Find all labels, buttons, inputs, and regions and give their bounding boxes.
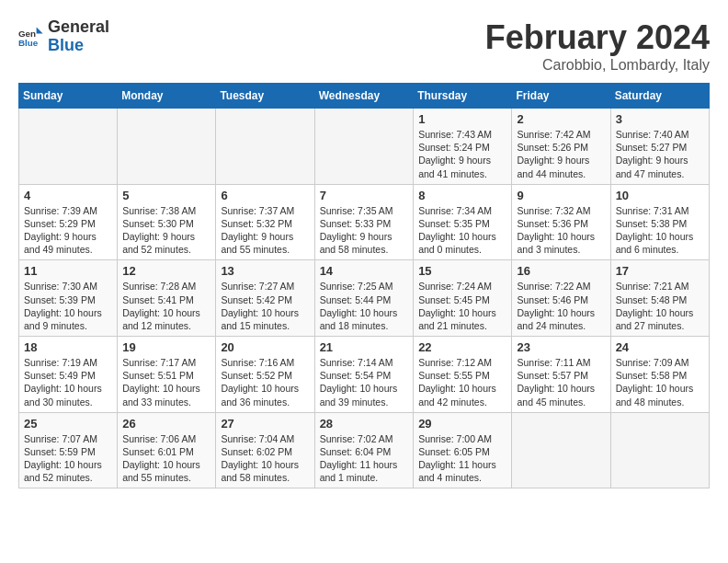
logo-icon: Gen Blue — [18, 24, 44, 50]
day-info: Sunrise: 7:30 AM Sunset: 5:39 PM Dayligh… — [24, 280, 112, 332]
day-info: Sunrise: 7:17 AM Sunset: 5:51 PM Dayligh… — [122, 356, 210, 408]
day-number: 17 — [616, 264, 704, 278]
day-info: Sunrise: 7:19 AM Sunset: 5:49 PM Dayligh… — [24, 356, 112, 408]
day-cell: 2Sunrise: 7:42 AM Sunset: 5:26 PM Daylig… — [512, 109, 610, 185]
logo: Gen Blue General Blue — [18, 18, 109, 55]
day-cell — [216, 109, 314, 185]
day-info: Sunrise: 7:09 AM Sunset: 5:58 PM Dayligh… — [616, 356, 704, 408]
day-cell: 7Sunrise: 7:35 AM Sunset: 5:33 PM Daylig… — [314, 184, 414, 260]
day-info: Sunrise: 7:42 AM Sunset: 5:26 PM Dayligh… — [517, 128, 605, 180]
day-info: Sunrise: 7:27 AM Sunset: 5:42 PM Dayligh… — [221, 280, 309, 332]
day-info: Sunrise: 7:14 AM Sunset: 5:54 PM Dayligh… — [320, 356, 409, 408]
logo-line1: General — [48, 18, 109, 37]
day-cell: 24Sunrise: 7:09 AM Sunset: 5:58 PM Dayli… — [610, 337, 709, 413]
day-number: 6 — [221, 189, 309, 202]
logo-line2: Blue — [48, 37, 109, 55]
day-info: Sunrise: 7:28 AM Sunset: 5:41 PM Dayligh… — [122, 280, 210, 332]
day-cell: 20Sunrise: 7:16 AM Sunset: 5:52 PM Dayli… — [216, 337, 314, 413]
day-cell — [314, 109, 414, 185]
day-info: Sunrise: 7:21 AM Sunset: 5:48 PM Dayligh… — [616, 280, 704, 332]
day-number: 14 — [320, 264, 409, 278]
day-number: 25 — [24, 417, 112, 431]
day-info: Sunrise: 7:32 AM Sunset: 5:36 PM Dayligh… — [517, 204, 605, 257]
day-cell: 15Sunrise: 7:24 AM Sunset: 5:45 PM Dayli… — [414, 260, 512, 337]
day-info: Sunrise: 7:06 AM Sunset: 6:01 PM Dayligh… — [122, 432, 210, 485]
header-friday: Friday — [512, 84, 610, 109]
day-cell: 12Sunrise: 7:28 AM Sunset: 5:41 PM Dayli… — [118, 260, 216, 337]
header-monday: Monday — [118, 84, 216, 109]
day-cell: 29Sunrise: 7:00 AM Sunset: 6:05 PM Dayli… — [414, 412, 512, 488]
day-info: Sunrise: 7:39 AM Sunset: 5:29 PM Dayligh… — [24, 204, 112, 257]
day-number: 27 — [221, 417, 309, 431]
day-cell: 13Sunrise: 7:27 AM Sunset: 5:42 PM Dayli… — [216, 260, 314, 337]
day-number: 1 — [418, 112, 506, 126]
day-cell: 21Sunrise: 7:14 AM Sunset: 5:54 PM Dayli… — [314, 337, 414, 413]
day-number: 4 — [24, 189, 112, 202]
day-cell: 27Sunrise: 7:04 AM Sunset: 6:02 PM Dayli… — [216, 412, 314, 488]
svg-marker-1 — [37, 27, 43, 33]
day-cell: 19Sunrise: 7:17 AM Sunset: 5:51 PM Dayli… — [118, 337, 216, 413]
day-info: Sunrise: 7:34 AM Sunset: 5:35 PM Dayligh… — [418, 204, 506, 257]
day-cell: 9Sunrise: 7:32 AM Sunset: 5:36 PM Daylig… — [512, 184, 610, 260]
day-number: 2 — [517, 112, 605, 126]
day-number: 22 — [418, 340, 506, 354]
day-number: 21 — [320, 340, 409, 354]
day-info: Sunrise: 7:31 AM Sunset: 5:38 PM Dayligh… — [616, 204, 704, 257]
title-area: February 2024 Carobbio, Lombardy, Italy — [485, 18, 710, 74]
day-cell: 25Sunrise: 7:07 AM Sunset: 5:59 PM Dayli… — [19, 412, 118, 488]
day-cell — [512, 412, 610, 488]
calendar-subtitle: Carobbio, Lombardy, Italy — [485, 57, 710, 74]
day-number: 28 — [320, 417, 409, 431]
day-cell: 11Sunrise: 7:30 AM Sunset: 5:39 PM Dayli… — [19, 260, 118, 337]
day-cell: 8Sunrise: 7:34 AM Sunset: 5:35 PM Daylig… — [414, 184, 512, 260]
calendar-title: February 2024 — [485, 18, 710, 57]
day-cell — [19, 109, 118, 185]
day-cell: 16Sunrise: 7:22 AM Sunset: 5:46 PM Dayli… — [512, 260, 610, 337]
week-row-4: 25Sunrise: 7:07 AM Sunset: 5:59 PM Dayli… — [19, 412, 710, 488]
header-tuesday: Tuesday — [216, 84, 314, 109]
header-wednesday: Wednesday — [314, 84, 414, 109]
day-cell — [610, 412, 709, 488]
day-info: Sunrise: 7:07 AM Sunset: 5:59 PM Dayligh… — [24, 432, 112, 485]
calendar-table: SundayMondayTuesdayWednesdayThursdayFrid… — [18, 83, 710, 488]
header-thursday: Thursday — [414, 84, 512, 109]
day-number: 10 — [616, 189, 704, 202]
day-number: 23 — [517, 340, 605, 354]
week-row-1: 4Sunrise: 7:39 AM Sunset: 5:29 PM Daylig… — [19, 184, 710, 260]
day-number: 29 — [418, 417, 506, 431]
day-cell: 26Sunrise: 7:06 AM Sunset: 6:01 PM Dayli… — [118, 412, 216, 488]
day-info: Sunrise: 7:11 AM Sunset: 5:57 PM Dayligh… — [517, 356, 605, 408]
day-number: 13 — [221, 264, 309, 278]
day-cell: 17Sunrise: 7:21 AM Sunset: 5:48 PM Dayli… — [610, 260, 709, 337]
day-cell: 28Sunrise: 7:02 AM Sunset: 6:04 PM Dayli… — [314, 412, 414, 488]
day-number: 20 — [221, 340, 309, 354]
day-info: Sunrise: 7:22 AM Sunset: 5:46 PM Dayligh… — [517, 280, 605, 332]
day-number: 26 — [122, 417, 210, 431]
day-number: 11 — [24, 264, 112, 278]
day-cell: 1Sunrise: 7:43 AM Sunset: 5:24 PM Daylig… — [414, 109, 512, 185]
day-cell: 18Sunrise: 7:19 AM Sunset: 5:49 PM Dayli… — [19, 337, 118, 413]
header-row: SundayMondayTuesdayWednesdayThursdayFrid… — [19, 84, 710, 109]
day-number: 7 — [320, 189, 409, 202]
day-info: Sunrise: 7:24 AM Sunset: 5:45 PM Dayligh… — [418, 280, 506, 332]
day-number: 9 — [517, 189, 605, 202]
header-saturday: Saturday — [610, 84, 709, 109]
day-info: Sunrise: 7:37 AM Sunset: 5:32 PM Dayligh… — [221, 204, 309, 257]
day-cell: 14Sunrise: 7:25 AM Sunset: 5:44 PM Dayli… — [314, 260, 414, 337]
day-info: Sunrise: 7:12 AM Sunset: 5:55 PM Dayligh… — [418, 356, 506, 408]
day-number: 16 — [517, 264, 605, 278]
day-number: 12 — [122, 264, 210, 278]
week-row-2: 11Sunrise: 7:30 AM Sunset: 5:39 PM Dayli… — [19, 260, 710, 337]
day-info: Sunrise: 7:38 AM Sunset: 5:30 PM Dayligh… — [122, 204, 210, 257]
day-cell: 5Sunrise: 7:38 AM Sunset: 5:30 PM Daylig… — [118, 184, 216, 260]
day-info: Sunrise: 7:35 AM Sunset: 5:33 PM Dayligh… — [320, 204, 409, 257]
day-number: 18 — [24, 340, 112, 354]
day-number: 5 — [122, 189, 210, 202]
header-sunday: Sunday — [19, 84, 118, 109]
day-cell: 3Sunrise: 7:40 AM Sunset: 5:27 PM Daylig… — [610, 109, 709, 185]
day-info: Sunrise: 7:40 AM Sunset: 5:27 PM Dayligh… — [616, 128, 704, 180]
day-number: 15 — [418, 264, 506, 278]
day-info: Sunrise: 7:00 AM Sunset: 6:05 PM Dayligh… — [418, 432, 506, 485]
day-number: 19 — [122, 340, 210, 354]
day-info: Sunrise: 7:43 AM Sunset: 5:24 PM Dayligh… — [418, 128, 506, 180]
